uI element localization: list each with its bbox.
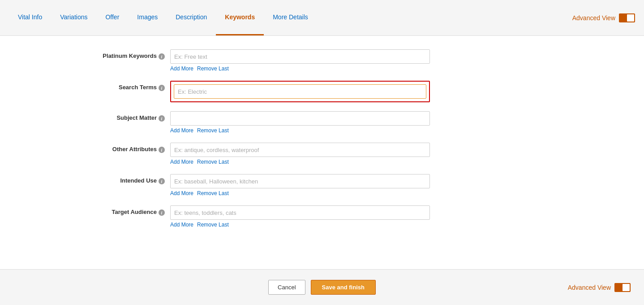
target-audience-input-area: Add More Remove Last xyxy=(170,205,430,228)
subject-matter-row: Subject Matter i Add More Remove Last xyxy=(0,111,644,134)
intended-use-info-icon[interactable]: i xyxy=(159,178,165,184)
subject-matter-input-area: Add More Remove Last xyxy=(170,111,430,134)
other-attributes-add-more[interactable]: Add More xyxy=(170,159,193,165)
platinum-keywords-label: Platinum Keywords i xyxy=(90,49,170,60)
search-terms-input[interactable] xyxy=(174,84,426,99)
subject-matter-links: Add More Remove Last xyxy=(170,127,430,134)
bottom-buttons: Cancel Save and finish xyxy=(268,280,376,295)
other-attributes-info-icon[interactable]: i xyxy=(159,147,165,153)
platinum-keywords-input[interactable] xyxy=(170,49,430,64)
tab-images[interactable]: Images xyxy=(128,0,167,35)
target-audience-links: Add More Remove Last xyxy=(170,222,430,228)
top-navigation: Vital Info Variations Offer Images Descr… xyxy=(0,0,644,36)
search-terms-highlight-box xyxy=(170,81,430,102)
platinum-keywords-info-icon[interactable]: i xyxy=(159,53,165,60)
subject-matter-remove-last[interactable]: Remove Last xyxy=(197,127,229,134)
cancel-button[interactable]: Cancel xyxy=(268,280,305,295)
target-audience-add-more[interactable]: Add More xyxy=(170,222,193,228)
platinum-keywords-add-more[interactable]: Add More xyxy=(170,65,193,72)
bottom-bar: Cancel Save and finish Advanced View xyxy=(0,269,644,305)
other-attributes-links: Add More Remove Last xyxy=(170,159,430,165)
tab-offer[interactable]: Offer xyxy=(96,0,128,35)
other-attributes-input[interactable] xyxy=(170,143,430,157)
subject-matter-info-icon[interactable]: i xyxy=(159,115,165,122)
search-terms-row: Search Terms i xyxy=(0,81,644,102)
tab-vital-info[interactable]: Vital Info xyxy=(9,0,51,35)
toggle-switch-top[interactable] xyxy=(619,13,635,22)
other-attributes-input-area: Add More Remove Last xyxy=(170,143,430,165)
platinum-keywords-remove-last[interactable]: Remove Last xyxy=(197,65,229,72)
subject-matter-input[interactable] xyxy=(170,111,430,126)
target-audience-label: Target Audience i xyxy=(90,205,170,216)
intended-use-add-more[interactable]: Add More xyxy=(170,190,193,196)
toggle-knob-top xyxy=(627,14,634,22)
advanced-view-toggle-top[interactable]: Advanced View xyxy=(572,13,635,22)
save-finish-button[interactable]: Save and finish xyxy=(311,280,376,295)
target-audience-remove-last[interactable]: Remove Last xyxy=(197,222,229,228)
search-terms-label: Search Terms i xyxy=(90,81,170,91)
search-terms-info-icon[interactable]: i xyxy=(159,85,165,91)
intended-use-input[interactable] xyxy=(170,174,430,188)
platinum-keywords-row: Platinum Keywords i Add More Remove Last xyxy=(0,49,644,72)
tab-variations[interactable]: Variations xyxy=(51,0,96,35)
nav-tabs: Vital Info Variations Offer Images Descr… xyxy=(9,0,572,35)
main-content: Platinum Keywords i Add More Remove Last… xyxy=(0,36,644,269)
search-terms-input-area xyxy=(170,81,430,102)
tab-keywords[interactable]: Keywords xyxy=(216,0,264,35)
intended-use-remove-last[interactable]: Remove Last xyxy=(197,190,229,196)
platinum-keywords-input-area: Add More Remove Last xyxy=(170,49,430,72)
target-audience-row: Target Audience i Add More Remove Last xyxy=(0,205,644,228)
target-audience-input[interactable] xyxy=(170,205,430,220)
intended-use-links: Add More Remove Last xyxy=(170,190,430,196)
advanced-view-label-top: Advanced View xyxy=(572,14,615,22)
toggle-knob-bottom xyxy=(623,284,630,291)
intended-use-input-area: Add More Remove Last xyxy=(170,174,430,196)
tab-more-details[interactable]: More Details xyxy=(264,0,317,35)
other-attributes-label: Other Attributes i xyxy=(90,143,170,153)
tab-description[interactable]: Description xyxy=(167,0,216,35)
advanced-view-label-bottom: Advanced View xyxy=(568,284,611,291)
subject-matter-label: Subject Matter i xyxy=(90,111,170,122)
intended-use-row: Intended Use i Add More Remove Last xyxy=(0,174,644,196)
subject-matter-add-more[interactable]: Add More xyxy=(170,127,193,134)
other-attributes-row: Other Attributes i Add More Remove Last xyxy=(0,143,644,165)
target-audience-info-icon[interactable]: i xyxy=(159,209,165,216)
toggle-switch-bottom[interactable] xyxy=(614,283,631,292)
advanced-view-toggle-bottom[interactable]: Advanced View xyxy=(568,283,631,292)
intended-use-label: Intended Use i xyxy=(90,174,170,184)
other-attributes-remove-last[interactable]: Remove Last xyxy=(197,159,229,165)
platinum-keywords-links: Add More Remove Last xyxy=(170,65,430,72)
